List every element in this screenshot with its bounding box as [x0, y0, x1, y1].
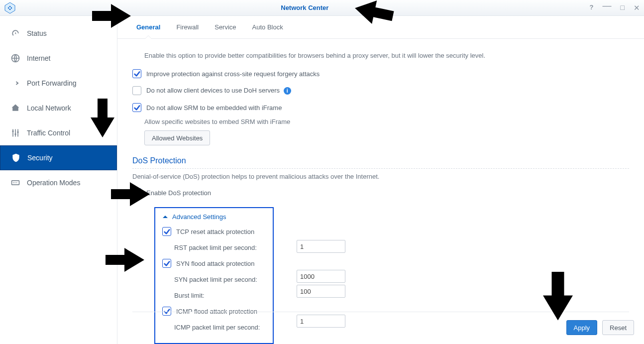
content-area: Enable this option to provide better com… [117, 39, 644, 344]
help-button[interactable]: ? [590, 3, 594, 12]
sidebar-item-label: Traffic Control [27, 129, 70, 137]
option-doh[interactable]: Do not allow client devices to use DoH s… [132, 83, 629, 98]
sidebar-item-local-network[interactable]: Local Network [0, 96, 117, 120]
tab-bar: General Firewall Service Auto Block [117, 16, 644, 39]
sidebar-item-label: Security [27, 154, 53, 162]
sidebar-item-label: Port Forwarding [27, 79, 77, 87]
action-bar: Apply Reset [566, 320, 635, 335]
tab-auto-block[interactable]: Auto Block [244, 15, 291, 38]
sliders-icon [10, 127, 21, 138]
house-icon [10, 103, 21, 114]
allowed-websites-button[interactable]: Allowed Websites [144, 130, 210, 145]
close-button[interactable]: ✕ [634, 3, 640, 12]
title-bar: Network Center ? — □ ✕ [0, 0, 644, 16]
dos-description: Denial-of-service (DoS) protection helps… [132, 173, 629, 180]
app-icon [4, 2, 16, 14]
info-icon[interactable]: i [284, 87, 291, 95]
burst-limit-label: Burst limit: [174, 292, 205, 299]
checkbox-icon[interactable] [132, 69, 141, 78]
advanced-settings-toggle[interactable]: Advanced Settings [162, 213, 264, 221]
option-iframe[interactable]: Do not allow SRM to be embedded with iFr… [132, 100, 629, 115]
divider [132, 312, 629, 312]
forward-arrow-icon [10, 78, 21, 89]
chevron-up-icon [162, 214, 168, 220]
apply-button[interactable]: Apply [566, 320, 598, 335]
option-enable-dos[interactable]: Enable DoS protection [132, 185, 629, 200]
window-controls: ? — □ ✕ [590, 3, 640, 12]
rst-limit-input[interactable] [297, 240, 345, 253]
icmp-limit-input[interactable] [297, 315, 345, 328]
svg-point-5 [17, 131, 18, 133]
network-center-window: Network Center ? — □ ✕ Status Internet P… [0, 0, 644, 344]
rst-limit-label: RST packet limit per second: [174, 244, 257, 251]
tab-general[interactable]: General [128, 15, 168, 38]
svg-point-3 [12, 130, 13, 132]
globe-icon [10, 53, 21, 64]
tab-service[interactable]: Service [207, 15, 244, 38]
sidebar-item-security[interactable]: Security [0, 145, 117, 170]
option-label: Improve protection against cross-site re… [146, 70, 320, 78]
option-label: Enable DoS protection [146, 189, 211, 197]
option-label: TCP reset attack protection [176, 228, 254, 235]
option-label: SYN flood attack protection [176, 260, 255, 267]
minimize-button[interactable]: — [603, 3, 612, 12]
checkbox-icon[interactable] [162, 227, 171, 236]
sidebar-item-internet[interactable]: Internet [0, 46, 117, 71]
checkbox-icon[interactable] [132, 103, 141, 112]
gauge-icon [10, 28, 21, 39]
sidebar-item-port-forwarding[interactable]: Port Forwarding [0, 71, 117, 96]
sidebar-item-status[interactable]: Status [0, 21, 117, 46]
burst-limit-input[interactable] [297, 285, 345, 298]
icmp-limit-label: ICMP packet limit per second: [174, 324, 260, 331]
sidebar-item-label: Internet [27, 54, 50, 62]
sidebar-item-label: Local Network [27, 104, 71, 112]
sidebar-item-operation-modes[interactable]: Operation Modes [0, 170, 117, 195]
divider [132, 168, 629, 169]
shield-icon [10, 152, 21, 163]
maximize-button[interactable]: □ [621, 3, 625, 12]
option-csrf[interactable]: Improve protection against cross-site re… [132, 66, 629, 81]
sidebar-item-label: Operation Modes [27, 179, 80, 187]
option-syn-flood[interactable]: SYN flood attack protection [162, 256, 264, 270]
sidebar: Status Internet Port Forwarding Local Ne… [0, 16, 117, 344]
checkbox-icon[interactable] [132, 188, 141, 197]
tab-firewall[interactable]: Firewall [168, 15, 207, 38]
iframe-note: Allow specific websites to embed SRM wit… [144, 118, 629, 125]
sidebar-item-label: Status [27, 29, 47, 37]
dos-heading: DoS Protection [132, 156, 629, 165]
reset-button[interactable]: Reset [602, 320, 634, 335]
window-title: Network Center [20, 4, 590, 11]
advanced-settings-title: Advanced Settings [172, 213, 226, 221]
option-tcp-reset[interactable]: TCP reset attack protection [162, 225, 264, 238]
svg-point-4 [14, 133, 16, 135]
option-label: Do not allow SRM to be embedded with iFr… [146, 104, 282, 112]
syn-limit-input[interactable] [297, 270, 345, 283]
main-panel: General Firewall Service Auto Block Enab… [117, 16, 644, 344]
checkbox-icon[interactable] [132, 86, 141, 95]
syn-limit-label: SYN packet limit per second: [174, 276, 257, 283]
proxy-note: Enable this option to provide better com… [144, 52, 629, 59]
sidebar-item-traffic-control[interactable]: Traffic Control [0, 120, 117, 145]
checkbox-icon[interactable] [162, 259, 171, 268]
operation-modes-icon [10, 177, 21, 188]
advanced-settings-panel: Advanced Settings TCP reset attack prote… [154, 207, 274, 344]
option-label: Do not allow client devices to use DoH s… [146, 87, 291, 95]
